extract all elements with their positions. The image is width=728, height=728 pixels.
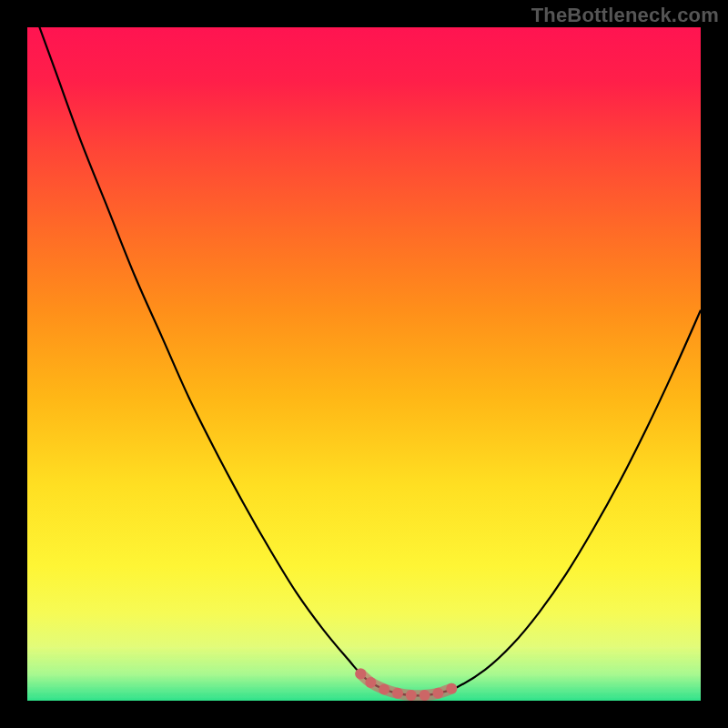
highlight-dot	[379, 683, 389, 694]
highlight-dot	[420, 690, 430, 701]
highlight-dot	[406, 690, 417, 701]
bottleneck-chart	[27, 27, 701, 701]
highlight-dot	[446, 683, 457, 694]
highlight-dot	[365, 677, 376, 688]
highlight-dot	[355, 668, 366, 679]
watermark-text: TheBottleneck.com	[531, 4, 719, 27]
chart-frame: TheBottleneck.com	[0, 0, 728, 728]
gradient-background	[27, 27, 701, 701]
highlight-dot	[432, 688, 443, 699]
highlight-dot	[392, 688, 403, 699]
plot-area	[27, 27, 701, 701]
